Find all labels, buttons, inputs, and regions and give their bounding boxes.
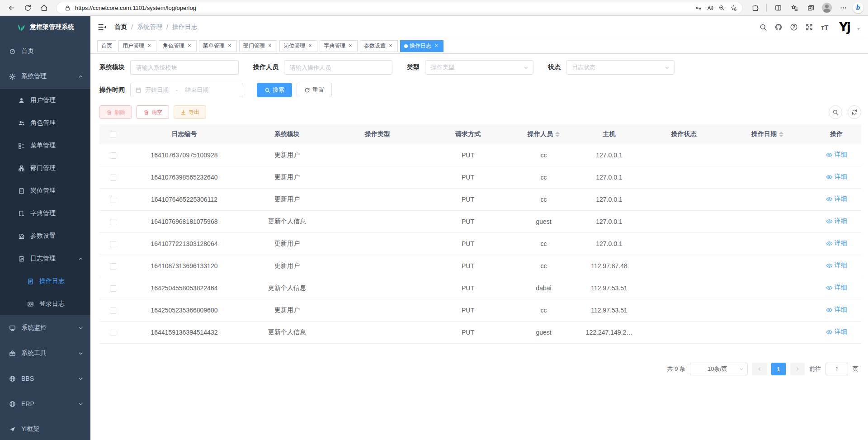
sidebar-item-users[interactable]: 用户管理 bbox=[0, 89, 90, 112]
tab-menu-management[interactable]: 菜单管理× bbox=[199, 40, 237, 52]
read-aloud-icon[interactable] bbox=[704, 2, 716, 13]
split-screen-icon[interactable] bbox=[771, 1, 785, 14]
close-icon[interactable]: × bbox=[307, 43, 313, 49]
sidebar-item-parameters[interactable]: 参数设置 bbox=[0, 225, 90, 247]
sidebar-item-menus[interactable]: 菜单管理 bbox=[0, 134, 90, 157]
caret-down-icon[interactable] bbox=[856, 27, 861, 31]
clear-button[interactable]: 清空 bbox=[137, 105, 169, 119]
refresh-icon[interactable] bbox=[21, 1, 34, 14]
export-button[interactable]: 导出 bbox=[174, 105, 206, 119]
operation-type-select[interactable]: 操作类型 bbox=[425, 60, 533, 75]
detail-link[interactable]: 详细 bbox=[826, 173, 847, 181]
tab-user-management[interactable]: 用户管理× bbox=[118, 40, 156, 52]
detail-link[interactable]: 详细 bbox=[826, 151, 847, 159]
tab-operation-log[interactable]: 操作日志× bbox=[400, 40, 443, 52]
table-refresh-icon[interactable] bbox=[848, 105, 861, 119]
collections-icon[interactable] bbox=[804, 1, 817, 14]
sidebar-item-erp[interactable]: ERP bbox=[0, 391, 90, 416]
github-icon[interactable] bbox=[774, 23, 783, 32]
goto-page-input[interactable] bbox=[826, 363, 848, 375]
close-icon[interactable]: × bbox=[186, 43, 193, 49]
page-number-button[interactable]: 1 bbox=[771, 363, 786, 375]
sidebar-item-departments[interactable]: 部门管理 bbox=[0, 157, 90, 180]
column-header-operator[interactable]: 操作人员 bbox=[513, 130, 574, 138]
sidebar-item-login-log[interactable]: 登录日志 bbox=[0, 293, 90, 315]
chevron-down-icon bbox=[78, 402, 83, 407]
operator-input[interactable] bbox=[284, 60, 392, 75]
table-search-toggle-icon[interactable] bbox=[829, 105, 842, 119]
copilot-icon[interactable]: b bbox=[853, 2, 863, 13]
detail-link[interactable]: 详细 bbox=[826, 217, 847, 225]
sort-carets-icon[interactable] bbox=[555, 132, 560, 137]
favorites-icon[interactable] bbox=[788, 1, 801, 14]
fullscreen-icon[interactable] bbox=[805, 23, 814, 32]
row-checkbox[interactable] bbox=[110, 175, 116, 181]
sidebar-item-home[interactable]: 首页 bbox=[0, 38, 90, 64]
sidebar-item-tools[interactable]: 系统工具 bbox=[0, 341, 90, 366]
sidebar-item-system[interactable]: 系统管理 bbox=[0, 64, 90, 89]
sidebar-item-roles[interactable]: 角色管理 bbox=[0, 112, 90, 134]
close-icon[interactable]: × bbox=[347, 43, 354, 49]
reset-button[interactable]: 重置 bbox=[297, 83, 332, 97]
close-icon[interactable]: × bbox=[146, 43, 152, 49]
row-checkbox[interactable] bbox=[110, 330, 116, 336]
log-status-select[interactable]: 日志状态 bbox=[566, 60, 675, 75]
date-range-picker[interactable]: 开始日期 - 结束日期 bbox=[130, 83, 243, 97]
breadcrumb-home[interactable]: 首页 bbox=[114, 23, 127, 31]
row-checkbox[interactable] bbox=[110, 285, 116, 292]
tab-dictionary-management[interactable]: 字典管理× bbox=[320, 40, 358, 52]
password-key-icon[interactable] bbox=[692, 2, 704, 13]
detail-link[interactable]: 详细 bbox=[826, 328, 847, 336]
user-logo-avatar[interactable]: Yj bbox=[839, 21, 850, 33]
select-all-checkbox[interactable] bbox=[110, 132, 116, 138]
sort-carets-icon[interactable] bbox=[779, 132, 783, 137]
close-icon[interactable]: × bbox=[433, 43, 439, 49]
help-icon[interactable] bbox=[789, 23, 798, 32]
extensions-icon[interactable] bbox=[748, 1, 762, 14]
detail-link[interactable]: 详细 bbox=[826, 284, 847, 292]
sidebar-item-yi-framework[interactable]: Yi框架 bbox=[0, 416, 90, 440]
search-icon[interactable] bbox=[759, 23, 768, 32]
row-checkbox[interactable] bbox=[110, 197, 116, 203]
module-input[interactable] bbox=[130, 60, 239, 75]
sidebar-item-monitor[interactable]: 系统监控 bbox=[0, 315, 90, 341]
prev-page-button[interactable] bbox=[752, 363, 767, 375]
tab-department-management[interactable]: 部门管理× bbox=[239, 40, 277, 52]
row-checkbox[interactable] bbox=[110, 241, 116, 247]
tab-role-management[interactable]: 角色管理× bbox=[159, 40, 197, 52]
detail-link[interactable]: 详细 bbox=[826, 195, 847, 203]
row-checkbox[interactable] bbox=[110, 263, 116, 270]
next-page-button[interactable] bbox=[790, 363, 805, 375]
close-icon[interactable]: × bbox=[226, 43, 233, 49]
delete-button[interactable]: 删除 bbox=[99, 105, 132, 119]
home-icon[interactable] bbox=[37, 1, 51, 14]
close-icon[interactable]: × bbox=[267, 43, 273, 49]
browser-menu-icon[interactable] bbox=[836, 1, 850, 14]
search-button[interactable]: 搜索 bbox=[257, 83, 292, 97]
address-bar[interactable]: https://ccnetcore.com:1101/system/log/op… bbox=[56, 2, 743, 14]
detail-link[interactable]: 详细 bbox=[826, 306, 847, 314]
tab-home[interactable]: 首页 bbox=[97, 40, 116, 52]
font-size-icon[interactable]: тT bbox=[820, 23, 829, 32]
profile-avatar[interactable] bbox=[820, 1, 834, 14]
add-favorite-icon[interactable] bbox=[727, 2, 739, 13]
back-icon[interactable] bbox=[5, 1, 18, 14]
sidebar-toggle-icon[interactable] bbox=[97, 23, 107, 32]
column-header-date[interactable]: 操作日期 bbox=[723, 130, 811, 138]
row-checkbox[interactable] bbox=[110, 308, 116, 314]
row-checkbox[interactable] bbox=[110, 219, 116, 225]
sidebar-item-logs[interactable]: 日志管理 bbox=[0, 247, 90, 270]
page-size-select[interactable]: 10条/页 bbox=[690, 363, 748, 375]
sidebar-item-posts[interactable]: 岗位管理 bbox=[0, 180, 90, 202]
sidebar-item-bbs[interactable]: BBS bbox=[0, 366, 90, 391]
row-checkbox[interactable] bbox=[110, 152, 116, 159]
zoom-out-icon[interactable] bbox=[716, 2, 727, 13]
lock-icon[interactable] bbox=[61, 2, 73, 13]
detail-link[interactable]: 详细 bbox=[826, 239, 847, 247]
sidebar-item-operation-log[interactable]: 操作日志 bbox=[0, 270, 90, 293]
detail-link[interactable]: 详细 bbox=[826, 261, 847, 270]
tab-post-management[interactable]: 岗位管理× bbox=[279, 40, 317, 52]
tab-parameter-settings[interactable]: 参数设置× bbox=[360, 40, 398, 52]
sidebar-item-dictionary[interactable]: 字典管理 bbox=[0, 202, 90, 225]
close-icon[interactable]: × bbox=[387, 43, 394, 49]
